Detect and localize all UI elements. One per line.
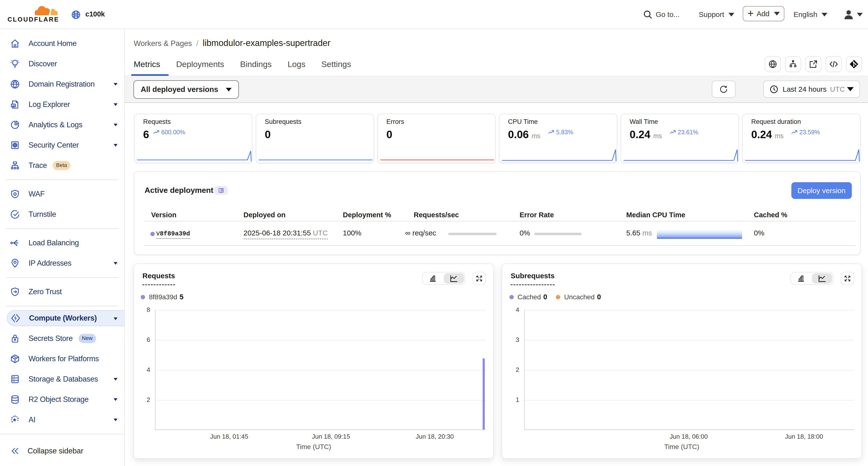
svg-text:www: www bbox=[12, 81, 18, 84]
